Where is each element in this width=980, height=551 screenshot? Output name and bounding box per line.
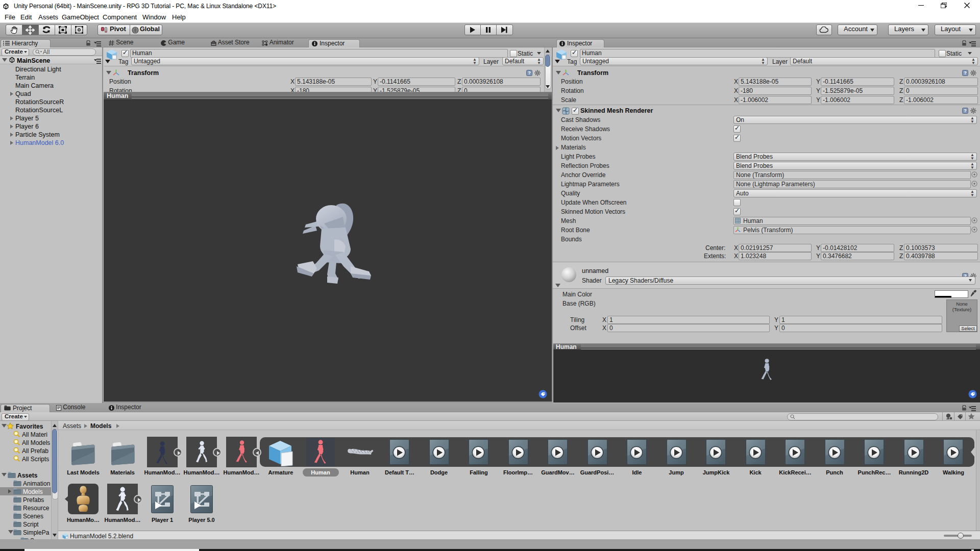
svg-text:?: ?: [528, 70, 531, 76]
svg-text:?: ?: [964, 108, 967, 113]
svg-text:?: ?: [964, 70, 967, 76]
